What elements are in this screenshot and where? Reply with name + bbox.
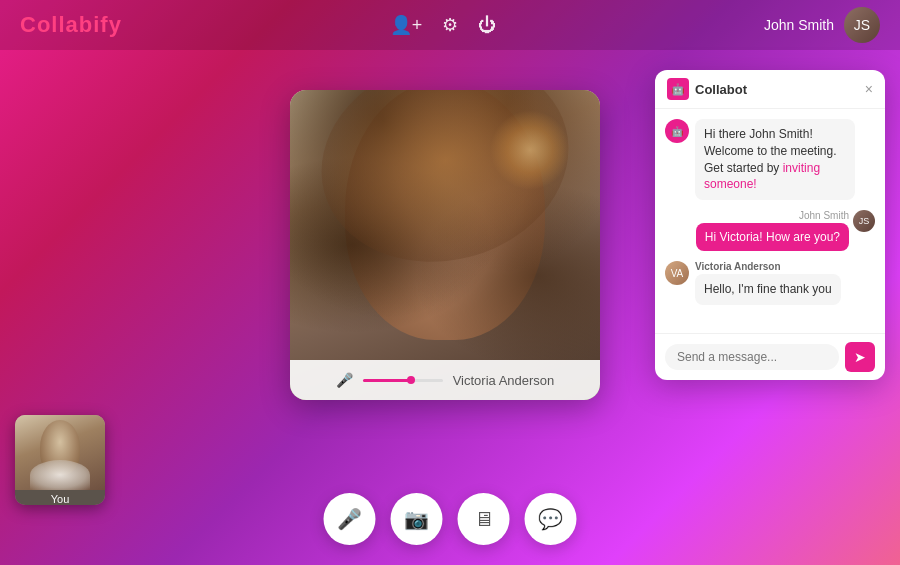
add-user-icon[interactable]: 👤+	[390, 14, 423, 36]
chat-header-left: 🤖 Collabot	[667, 78, 747, 100]
john-avatar: JS	[853, 210, 875, 232]
participant-face	[290, 90, 600, 400]
hair-overlay	[290, 90, 600, 400]
control-bar: 🎤 📷 🖥 💬	[324, 493, 577, 545]
user-name: John Smith	[764, 17, 834, 33]
john-bubble: Hi Victoria! How are you?	[696, 223, 849, 251]
microphone-button[interactable]: 🎤	[324, 493, 376, 545]
bot-message: 🤖 Hi there John Smith! Welcome to the me…	[665, 119, 875, 200]
self-video-card: You	[15, 415, 105, 505]
avatar: JS	[844, 7, 880, 43]
invite-link[interactable]: inviting someone!	[704, 161, 820, 192]
victoria-content: Victoria Anderson Hello, I'm fine thank …	[695, 261, 841, 305]
self-video-feed	[15, 415, 105, 490]
power-icon[interactable]: ⏻	[478, 15, 496, 36]
mic-indicator-icon: 🎤	[336, 372, 353, 388]
header-user[interactable]: John Smith JS	[764, 7, 880, 43]
victoria-avatar: VA	[665, 261, 689, 285]
victoria-message: VA Victoria Anderson Hello, I'm fine tha…	[665, 261, 875, 305]
main-content: 🎤 Victoria Anderson You 🎤 📷 🖥 💬 🤖 Collab…	[0, 50, 900, 565]
header: Collabify 👤+ ⚙ ⏻ John Smith JS	[0, 0, 900, 50]
collabot-name: Collabot	[695, 82, 747, 97]
victoria-video-feed	[290, 90, 600, 400]
bot-bubble: Hi there John Smith! Welcome to the meet…	[695, 119, 855, 200]
chat-button[interactable]: 💬	[525, 493, 577, 545]
victoria-video-card: 🎤 Victoria Anderson	[290, 90, 600, 400]
chat-close-button[interactable]: ×	[865, 82, 873, 96]
settings-icon[interactable]: ⚙	[442, 14, 458, 36]
header-icons: 👤+ ⚙ ⏻	[390, 14, 497, 36]
john-name-label: John Smith	[799, 210, 849, 221]
camera-button[interactable]: 📷	[391, 493, 443, 545]
light-flare	[490, 110, 570, 190]
app-logo: Collabify	[20, 12, 122, 38]
chat-panel: 🤖 Collabot × 🤖 Hi there John Smith! Welc…	[655, 70, 885, 380]
bot-avatar: 🤖	[665, 119, 689, 143]
chat-messages: 🤖 Hi there John Smith! Welcome to the me…	[655, 109, 885, 333]
audio-level-dot	[407, 376, 415, 384]
chat-input[interactable]	[665, 344, 839, 370]
chat-header: 🤖 Collabot ×	[655, 70, 885, 109]
chat-input-area: ➤	[655, 333, 885, 380]
victoria-name-label: Victoria Anderson	[695, 261, 841, 272]
participant-name-label: Victoria Anderson	[453, 373, 555, 388]
victoria-bubble: Hello, I'm fine thank you	[695, 274, 841, 305]
john-message: John Smith Hi Victoria! How are you? JS	[665, 210, 875, 251]
collabot-icon: 🤖	[667, 78, 689, 100]
screen-share-button[interactable]: 🖥	[458, 493, 510, 545]
audio-level-bar	[363, 379, 443, 382]
self-label: You	[15, 490, 105, 505]
send-message-button[interactable]: ➤	[845, 342, 875, 372]
video-card-bottom: 🎤 Victoria Anderson	[290, 360, 600, 400]
